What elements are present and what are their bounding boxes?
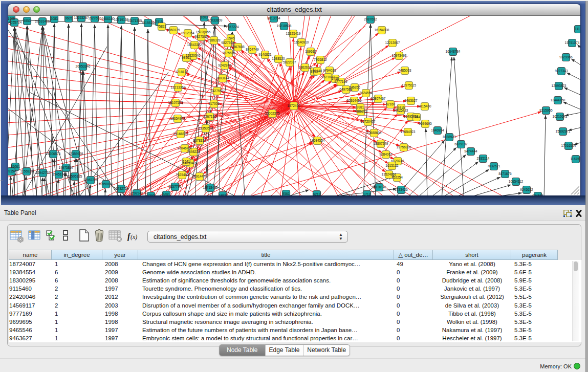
- svg-text:7386322: 7386322: [354, 110, 367, 113]
- svg-text:10671355: 10671355: [127, 19, 142, 23]
- svg-text:924565: 924565: [532, 194, 543, 195]
- svg-text:12213967: 12213967: [385, 41, 400, 45]
- svg-text:7357224: 7357224: [226, 25, 239, 29]
- svg-text:19975867: 19975867: [59, 166, 74, 169]
- svg-text:1541: 1541: [183, 160, 190, 163]
- svg-text:9981: 9981: [357, 105, 364, 109]
- svg-text:6879197: 6879197: [454, 142, 468, 146]
- svg-text:10719155: 10719155: [114, 18, 129, 21]
- svg-text:23002375: 23002375: [265, 112, 280, 115]
- svg-text:1545194: 1545194: [52, 172, 66, 176]
- svg-text:7485003: 7485003: [398, 69, 411, 72]
- svg-text:9474444: 9474444: [464, 149, 477, 153]
- svg-text:917006: 917006: [208, 102, 220, 105]
- svg-text:3875685: 3875685: [222, 51, 235, 55]
- svg-text:9242848: 9242848: [218, 63, 231, 67]
- svg-text:9651: 9651: [163, 193, 170, 195]
- svg-text:9777169: 9777169: [334, 80, 347, 83]
- svg-text:20053346: 20053346: [76, 64, 91, 68]
- svg-text:116753: 116753: [570, 157, 580, 161]
- svg-text:1362615: 1362615: [298, 65, 312, 69]
- svg-text:1498222: 1498222: [187, 150, 200, 154]
- svg-text:1546: 1546: [227, 36, 235, 40]
- svg-text:1405: 1405: [8, 17, 15, 20]
- svg-text:9084067: 9084067: [379, 152, 393, 156]
- svg-text:6212: 6212: [313, 192, 321, 195]
- svg-text:15692971: 15692971: [556, 129, 571, 133]
- svg-text:8471676: 8471676: [498, 172, 512, 176]
- svg-text:1293: 1293: [147, 194, 155, 195]
- svg-text:6120746: 6120746: [391, 159, 404, 163]
- svg-text:9815400: 9815400: [418, 104, 431, 108]
- svg-text:19718485: 19718485: [203, 186, 218, 189]
- svg-text:1603: 1603: [201, 16, 208, 19]
- svg-text:9960125: 9960125: [167, 28, 180, 32]
- svg-text:15226055: 15226055: [196, 30, 211, 34]
- svg-text:19166829: 19166829: [173, 132, 188, 136]
- svg-text:2718126: 2718126: [175, 70, 188, 74]
- svg-text:1712: 1712: [363, 192, 371, 195]
- svg-text:7625402: 7625402: [176, 173, 189, 177]
- svg-text:9815: 9815: [398, 106, 405, 110]
- svg-text:75822: 75822: [157, 25, 166, 28]
- svg-text:16107553: 16107553: [168, 101, 183, 104]
- svg-text:8878334: 8878334: [193, 139, 206, 142]
- svg-text:17654923: 17654923: [401, 130, 416, 134]
- svg-text:9827503: 9827503: [194, 35, 208, 38]
- svg-text:7515: 7515: [156, 20, 163, 24]
- svg-text:17016504: 17016504: [561, 144, 576, 147]
- svg-text:19756928: 19756928: [397, 145, 411, 149]
- svg-text:1156829: 1156829: [20, 169, 33, 173]
- svg-text:24206576: 24206576: [46, 152, 61, 156]
- svg-text:1640954: 1640954: [431, 128, 444, 132]
- svg-text:10973493: 10973493: [392, 54, 407, 57]
- svg-text:20691406: 20691406: [35, 19, 50, 23]
- svg-text:8267130: 8267130: [203, 115, 216, 118]
- svg-text:16154808: 16154808: [375, 28, 389, 32]
- svg-text:1292346: 1292346: [130, 191, 143, 195]
- svg-text:9245652: 9245652: [520, 188, 533, 191]
- svg-text:10653287: 10653287: [74, 16, 89, 19]
- svg-text:9644: 9644: [413, 115, 421, 119]
- svg-text:62160: 62160: [386, 102, 395, 106]
- svg-text:12353594: 12353594: [199, 126, 213, 130]
- svg-text:9329966: 9329966: [559, 55, 573, 59]
- svg-text:12975115: 12975115: [402, 83, 417, 87]
- svg-text:8813054: 8813054: [267, 16, 280, 20]
- svg-text:7515526: 7515526: [141, 21, 155, 25]
- svg-text:169612: 169612: [305, 50, 316, 53]
- svg-text:(x): (x): [130, 233, 137, 240]
- svg-text:9463627: 9463627: [404, 99, 418, 102]
- svg-text:1112: 1112: [575, 27, 580, 31]
- svg-text:20364436: 20364436: [347, 99, 362, 102]
- svg-text:0699695: 0699695: [419, 122, 432, 125]
- svg-text:9427552: 9427552: [210, 89, 224, 93]
- svg-text:16543382: 16543382: [187, 43, 202, 47]
- svg-text:16914479: 16914479: [192, 174, 207, 178]
- svg-text:6497568: 6497568: [339, 87, 353, 91]
- svg-text:2867608: 2867608: [231, 45, 245, 49]
- svg-text:252254: 252254: [391, 176, 403, 179]
- svg-text:85061: 85061: [11, 165, 20, 168]
- svg-text:90448: 90448: [313, 69, 322, 73]
- svg-text:15720407: 15720407: [361, 120, 376, 123]
- svg-text:18807249: 18807249: [374, 142, 388, 145]
- svg-text:12213363: 12213363: [171, 85, 186, 89]
- svg-text:10688609: 10688609: [367, 131, 382, 135]
- svg-text:2083: 2083: [51, 17, 58, 20]
- svg-text:13325419: 13325419: [286, 32, 301, 35]
- svg-text:9227343: 9227343: [555, 69, 568, 73]
- svg-text:10654112: 10654112: [509, 180, 524, 183]
- svg-text:1527602: 1527602: [88, 16, 101, 20]
- svg-text:9146821: 9146821: [258, 53, 272, 56]
- svg-text:9605: 9605: [65, 16, 73, 20]
- svg-text:19654943: 19654943: [170, 117, 185, 120]
- svg-text:8454749: 8454749: [246, 48, 259, 51]
- svg-text:9561: 9561: [282, 192, 290, 195]
- svg-text:10046790: 10046790: [178, 146, 192, 150]
- svg-text:5822037: 5822037: [283, 60, 296, 64]
- svg-text:1588520: 1588520: [272, 57, 285, 60]
- svg-text:3624554: 3624554: [359, 91, 373, 95]
- svg-text:12942757: 12942757: [36, 171, 51, 174]
- svg-text:2935114: 2935114: [477, 157, 490, 160]
